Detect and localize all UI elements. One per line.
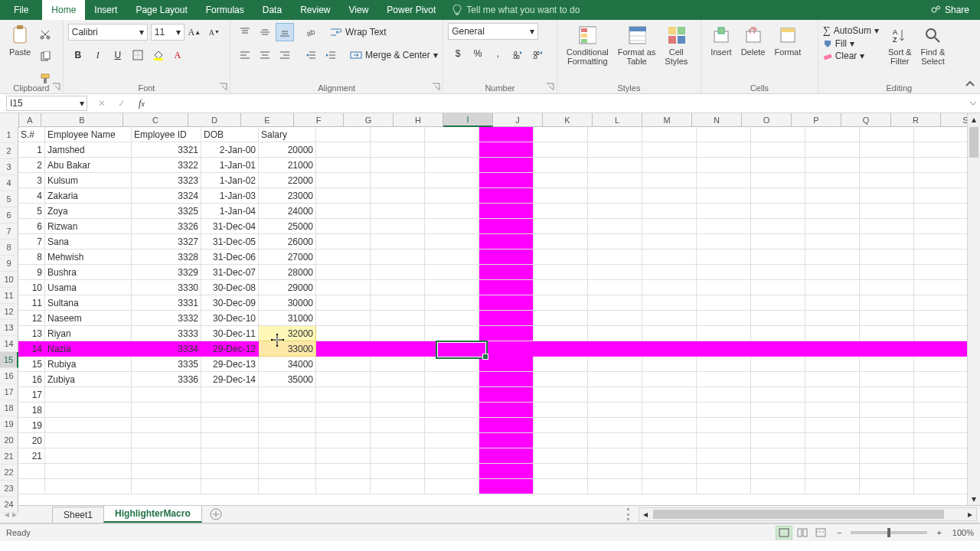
cell-I16[interactable]: [479, 357, 534, 372]
border-button[interactable]: [129, 46, 147, 64]
cell-P19[interactable]: [860, 403, 914, 418]
cell-G22[interactable]: [371, 448, 425, 464]
cell-I18[interactable]: [479, 387, 534, 403]
cell-P24[interactable]: [860, 479, 914, 494]
cell-C22[interactable]: [132, 448, 201, 464]
cell-E4[interactable]: 22000: [259, 173, 316, 188]
paste-button[interactable]: Paste: [5, 23, 35, 58]
cell-D12[interactable]: 30-Dec-09: [201, 295, 259, 311]
row-header-6[interactable]: 6: [0, 207, 18, 223]
cell-D14[interactable]: 30-Dec-11: [201, 326, 259, 341]
cell-K8[interactable]: [588, 234, 642, 249]
cell-F18[interactable]: [316, 387, 371, 403]
vscroll-thumb[interactable]: [969, 127, 978, 158]
cell-F21[interactable]: [316, 433, 371, 448]
cell-G11[interactable]: [371, 280, 425, 295]
horizontal-scrollbar[interactable]: ◂ ▸: [639, 507, 977, 521]
cell-I11[interactable]: [479, 280, 534, 295]
cell-G2[interactable]: [371, 142, 425, 158]
cell-L1[interactable]: [642, 127, 697, 142]
cell-Q10[interactable]: [914, 265, 969, 280]
cell-F1[interactable]: [316, 127, 371, 142]
cell-E18[interactable]: [259, 387, 316, 403]
cell-C3[interactable]: 3322: [132, 158, 201, 173]
cell-A7[interactable]: 6: [18, 219, 45, 234]
cell-B18[interactable]: [45, 387, 132, 403]
vertical-scrollbar[interactable]: ▴ ▾: [967, 113, 980, 505]
normal-view-button[interactable]: [776, 526, 792, 540]
cell-G7[interactable]: [371, 219, 425, 234]
row-header-21[interactable]: 21: [0, 448, 18, 465]
cell-F13[interactable]: [316, 311, 371, 326]
cell-Q22[interactable]: [914, 448, 969, 464]
cell-C19[interactable]: [132, 403, 201, 418]
cell-B21[interactable]: [45, 433, 132, 448]
cell-D13[interactable]: 30-Dec-10: [201, 311, 259, 326]
cell-Q5[interactable]: [914, 188, 969, 204]
percent-format-button[interactable]: %: [469, 44, 487, 63]
font-color-button[interactable]: A: [168, 46, 187, 64]
cell-A16[interactable]: 15: [18, 357, 45, 372]
cell-I5[interactable]: [479, 188, 534, 204]
cell-O15[interactable]: [805, 341, 860, 357]
cell-I15[interactable]: [479, 341, 534, 357]
cell-K13[interactable]: [588, 311, 642, 326]
cell-K6[interactable]: [588, 204, 642, 219]
fill-button[interactable]: Fill ▾: [823, 38, 879, 49]
align-right-button[interactable]: [276, 46, 294, 64]
cell-O9[interactable]: [805, 249, 860, 265]
row-header-18[interactable]: 18: [0, 400, 18, 416]
cell-H2[interactable]: [425, 142, 479, 158]
cell-J5[interactable]: [534, 188, 588, 204]
cell-B16[interactable]: Rubiya: [45, 357, 132, 372]
cell-N6[interactable]: [751, 204, 805, 219]
cell-B2[interactable]: Jamshed: [45, 142, 132, 158]
cell-H22[interactable]: [425, 448, 479, 464]
zoom-out-button[interactable]: −: [837, 528, 841, 537]
cell-A18[interactable]: 17: [18, 387, 45, 403]
cell-M20[interactable]: [697, 418, 751, 433]
autosum-button[interactable]: ∑AutoSum ▾: [823, 24, 879, 37]
cell-I17[interactable]: [479, 372, 534, 387]
cell-F8[interactable]: [316, 234, 371, 249]
row-header-5[interactable]: 5: [0, 191, 18, 207]
cell-N18[interactable]: [751, 387, 805, 403]
increase-indent-button[interactable]: [322, 46, 340, 64]
cell-D1[interactable]: DOB: [201, 127, 259, 142]
cell-M5[interactable]: [697, 188, 751, 204]
cell-I10[interactable]: [479, 265, 534, 280]
cell-G23[interactable]: [371, 464, 425, 479]
cell-F7[interactable]: [316, 219, 371, 234]
cell-F19[interactable]: [316, 403, 371, 418]
cell-L4[interactable]: [642, 173, 697, 188]
cell-Q2[interactable]: [914, 142, 969, 158]
tab-data[interactable]: Data: [253, 0, 291, 20]
cell-K17[interactable]: [588, 372, 642, 387]
cell-I6[interactable]: [479, 204, 534, 219]
cell-O8[interactable]: [805, 234, 860, 249]
column-header-O[interactable]: O: [742, 113, 792, 127]
cell-N2[interactable]: [751, 142, 805, 158]
cell-P15[interactable]: [860, 341, 914, 357]
cell-O18[interactable]: [805, 387, 860, 403]
cell-A11[interactable]: 10: [18, 280, 45, 295]
cell-J8[interactable]: [534, 234, 588, 249]
sheet-tab-sheet1[interactable]: Sheet1: [52, 507, 104, 523]
decrease-indent-button[interactable]: [302, 46, 320, 64]
cell-N24[interactable]: [751, 479, 805, 494]
cell-F14[interactable]: [316, 326, 371, 341]
cell-J11[interactable]: [534, 280, 588, 295]
cell-P13[interactable]: [860, 311, 914, 326]
cell-B9[interactable]: Mehwish: [45, 249, 132, 265]
cell-B17[interactable]: Zubiya: [45, 372, 132, 387]
cell-H17[interactable]: [425, 372, 479, 387]
page-break-view-button[interactable]: [812, 526, 829, 540]
cell-K20[interactable]: [588, 418, 642, 433]
orientation-button[interactable]: ab: [302, 23, 320, 41]
cell-N21[interactable]: [751, 433, 805, 448]
cell-L15[interactable]: [642, 341, 697, 357]
tab-home[interactable]: Home: [42, 0, 85, 20]
cell-A1[interactable]: S.#: [18, 127, 45, 142]
cell-H6[interactable]: [425, 204, 479, 219]
cell-P12[interactable]: [860, 295, 914, 311]
